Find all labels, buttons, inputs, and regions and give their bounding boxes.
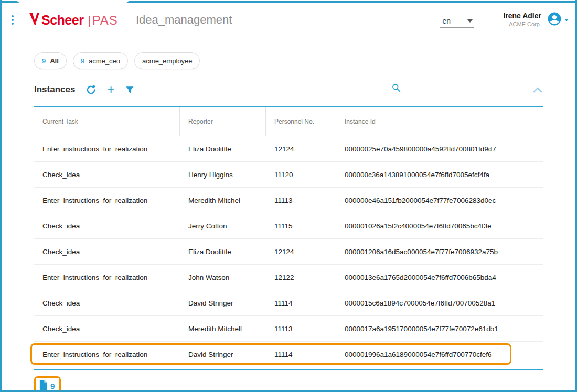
page-count: 9 [50,382,55,390]
table-row[interactable]: Check_idea Henry Higgins 11120 000000c36… [34,162,543,188]
search-field[interactable] [392,83,524,96]
app-header: Scheer | PAS Idea_management en Irene Ad… [0,0,577,32]
cell-reporter: Jerry Cotton [180,213,266,238]
cell-personnel-no: 11114 [266,290,336,315]
search-input[interactable] [404,85,524,94]
cell-current-task: Check_idea [34,239,180,264]
brand-name: Scheer [41,13,83,28]
cell-personnel-no: 12124 [266,136,336,161]
table-row[interactable]: Check_idea Meredith Mitchell 11113 00000… [34,316,543,342]
search-icon [392,83,401,94]
section-title: Instances [34,84,75,95]
avatar-icon [547,11,562,29]
instances-table: Current Task Reporter Personnel No. Inst… [34,106,543,370]
table-header: Current Task Reporter Personnel No. Inst… [34,106,543,136]
chevron-down-icon [467,19,473,23]
cell-reporter: Eliza Doolittle [180,136,266,161]
cell-instance-id: 0000017a6a195170000054e7f77fe70072e61db1 [336,316,543,341]
column-header-instance-id: Instance Id [336,107,543,136]
cell-personnel-no: 11113 [266,188,336,213]
user-org: ACME Corp. [503,21,541,28]
language-value: en [442,17,451,25]
chip-label: acme_employee [142,57,192,65]
cell-reporter: Meredith Mitchel [180,188,266,213]
table-bottom-border [34,369,543,370]
cell-personnel-no: 11114 [266,342,336,367]
cell-reporter: John Watson [180,265,266,290]
cell-instance-id: 0000015c6a1894c7000054e7f6ffd700700528a1 [336,290,543,315]
cell-current-task: Enter_instructions_for_realization [34,136,180,161]
cell-instance-id: 000001996a1a6189000054e7f6ffd700770cfef6 [336,342,543,367]
instances-toolbar: Instances + [0,82,577,97]
cell-current-task: Enter_instructions_for_realization [34,188,180,213]
frame-border-left [0,0,2,392]
cell-reporter: David Stringer [180,290,266,315]
filter-chip[interactable]: acme_employee [134,52,200,69]
cell-personnel-no: 11115 [266,213,336,238]
cell-reporter: Henry Higgins [180,162,266,187]
cell-current-task: Enter_instructions_for_realization [34,265,180,290]
pagination-area: 9 [0,376,577,392]
logo-divider: | [88,13,91,28]
chip-label: All [50,57,59,65]
table-row[interactable]: Enter_instructions_for_realization Eliza… [34,136,543,162]
add-instance-button[interactable]: + [107,84,114,95]
cell-reporter: Eliza Doolittle [180,239,266,264]
cell-current-task: Enter_instructions_for_realization [34,342,180,367]
user-name: Irene Adler [503,12,541,21]
column-header-personnel-no: Personnel No. [266,107,336,136]
window-tab-notch [16,0,130,3]
cell-instance-id: 0000013e6a1765d2000054e7f6ffd7006b65bda4 [336,265,543,290]
cell-current-task: Check_idea [34,162,180,187]
table-row[interactable]: Check_idea Eliza Doolittle 12124 0000012… [34,239,543,265]
table-row[interactable]: Enter_instructions_for_realization Mered… [34,188,543,213]
table-row[interactable]: Enter_instructions_for_realization David… [34,342,543,367]
cell-instance-id: 000001026a15f2c4000054e7f6ffd70065bc4f3e [336,213,543,238]
chip-label: acme_ceo [89,57,120,65]
filter-chip[interactable]: 9 acme_ceo [73,52,128,69]
kebab-menu-icon[interactable] [8,13,17,27]
cell-current-task: Check_idea [34,213,180,238]
column-header-reporter: Reporter [180,107,266,136]
filter-button[interactable] [125,85,135,95]
user-menu[interactable] [547,11,569,29]
refresh-button[interactable] [86,84,97,95]
table-row[interactable]: Enter_instructions_for_realization John … [34,265,543,290]
user-info: Irene Adler ACME Corp. [503,12,541,28]
cell-personnel-no: 11120 [266,162,336,187]
cell-personnel-no: 12124 [266,239,336,264]
table-body: Enter_instructions_for_realization Eliza… [34,136,543,367]
cell-instance-id: 000001206a16d5ac000054e7f77fe7006932a75b [336,239,543,264]
filter-chips: 9 All 9 acme_ceo acme_employee [0,52,577,69]
cell-current-task: Check_idea [34,290,180,315]
filter-chip[interactable]: 9 All [34,52,67,69]
cell-instance-id: 000000c36a143891000054e7f6ffd7005efcf4fa [336,162,543,187]
app-window: Scheer | PAS Idea_management en Irene Ad… [0,0,577,392]
page-title: Idea_management [136,13,232,27]
cell-current-task: Check_idea [34,316,180,341]
chip-count: 9 [42,57,46,65]
product-name: PAS [92,13,118,28]
scheer-pas-logo: Scheer | PAS [29,13,118,28]
chip-count: 9 [81,57,84,65]
column-header-current-task: Current Task [34,107,180,136]
collapse-panel-button[interactable] [532,86,543,93]
table-row[interactable]: Check_idea David Stringer 11114 0000015c… [34,290,543,316]
cell-personnel-no: 11113 [266,316,336,341]
cell-reporter: David Stringer [180,342,266,367]
cell-personnel-no: 12122 [266,265,336,290]
cell-instance-id: 000000e46a151fb2000054e7f77fe7006283d0ec [336,188,543,213]
chevron-down-icon [564,19,569,21]
cell-instance-id: 00000025e70a459800000a4592ffd700801fd9d7 [336,136,543,161]
cell-reporter: Meredith Mitchell [180,316,266,341]
scheer-logo-mark-icon [29,13,39,27]
language-select[interactable]: en [440,16,474,28]
table-row[interactable]: Check_idea Jerry Cotton 11115 000001026a… [34,213,543,239]
page-count-control[interactable]: 9 [34,376,61,392]
